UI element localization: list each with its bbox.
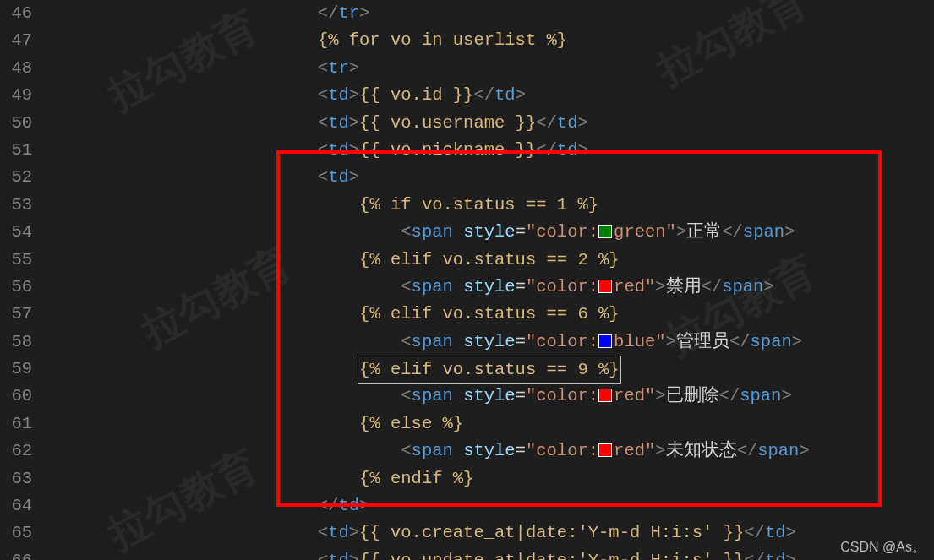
string: "color:: [526, 277, 598, 296]
string: "color:: [526, 222, 598, 242]
code-line[interactable]: </tr>: [47, 0, 934, 27]
cursor-selection: {% elif vo.status == 9 %}: [358, 356, 621, 384]
code-line[interactable]: <td>: [47, 164, 934, 191]
line-number-gutter: 46 47 48 49 50 51 52 53 54 55 56 57 58 5…: [0, 0, 47, 560]
tag-name: span: [412, 277, 453, 296]
tag-name: td: [328, 167, 349, 187]
tag-name: td: [328, 551, 349, 560]
code-line[interactable]: {% endif %}: [47, 465, 934, 492]
indent: [47, 110, 318, 137]
attr-name: style: [463, 386, 516, 405]
template-tag: {% if vo.status == 1 %}: [359, 195, 598, 215]
line-number: 59: [0, 356, 32, 383]
tag-name: span: [740, 386, 781, 405]
tag-name: td: [494, 85, 516, 105]
indent: [47, 465, 318, 492]
code-line[interactable]: {% elif vo.status == 6 %}: [47, 301, 934, 328]
tag-name: span: [751, 332, 792, 351]
color-swatch-icon: [598, 389, 612, 402]
line-number: 47: [0, 27, 32, 54]
line-number: 51: [0, 137, 32, 164]
code-line[interactable]: </td>: [47, 492, 934, 519]
code-line[interactable]: <td>{{ vo.nickname }}</td>: [47, 137, 934, 164]
line-number: 61: [0, 410, 32, 438]
string: ": [666, 222, 676, 242]
indent: [47, 247, 318, 274]
code-line[interactable]: {% else %}: [47, 410, 934, 438]
tag-name: td: [557, 113, 578, 133]
tag-name: td: [328, 85, 349, 105]
tag-name: span: [412, 386, 453, 405]
tag-name: td: [338, 496, 359, 515]
color-swatch-icon: [598, 334, 612, 348]
line-number: 49: [0, 82, 32, 109]
line-number: 62: [0, 438, 32, 465]
tag-name: td: [765, 551, 786, 560]
template-expr: {{ vo.id }}: [359, 85, 473, 105]
code-area[interactable]: </tr> {% for vo in userlist %} <tr> <td>…: [47, 0, 934, 560]
text-content: 管理员: [676, 332, 729, 351]
template-expr: {{ vo.nickname }}: [359, 140, 536, 160]
code-line[interactable]: <td>{{ vo.id }}</td>: [47, 82, 934, 109]
indent: [47, 137, 318, 164]
code-line[interactable]: {% elif vo.status == 2 %}: [47, 247, 934, 274]
tag-name: td: [328, 140, 349, 160]
csdn-watermark: CSDN @As。: [840, 539, 926, 557]
code-line[interactable]: <span style="color:green">正常</span>: [47, 219, 934, 246]
line-number: 55: [0, 247, 32, 274]
indent: [47, 192, 318, 219]
indent: [47, 492, 318, 519]
tag-name: td: [328, 523, 349, 542]
code-line[interactable]: <td>{{ vo.update_at|date:'Y-m-d H:i:s' }…: [47, 547, 934, 560]
text-content: 已删除: [666, 386, 719, 405]
code-editor[interactable]: 46 47 48 49 50 51 52 53 54 55 56 57 58 5…: [0, 0, 934, 560]
line-number: 60: [0, 383, 32, 410]
line-number: 63: [0, 465, 32, 492]
string: red: [614, 386, 645, 405]
line-number: 66: [0, 547, 32, 560]
code-line[interactable]: <span style="color:red">已删除</span>: [47, 383, 934, 410]
template-tag: {% endif %}: [359, 469, 473, 488]
indent: [47, 438, 318, 465]
code-line[interactable]: <span style="color:red">未知状态</span>: [47, 438, 934, 465]
indent: [47, 519, 318, 546]
string: ": [645, 277, 655, 296]
template-tag: {% else %}: [359, 414, 463, 433]
code-line[interactable]: {% elif vo.status == 9 %}: [47, 356, 934, 383]
text-content: 禁用: [666, 277, 702, 296]
template-tag: {% elif vo.status == 2 %}: [359, 250, 620, 269]
indent: [47, 0, 318, 27]
string: "color:: [526, 441, 598, 460]
text-content: 未知状态: [666, 441, 737, 460]
line-number: 52: [0, 164, 32, 191]
attr-name: style: [463, 277, 516, 296]
attr-name: style: [463, 441, 516, 460]
string: red: [614, 441, 645, 460]
code-line[interactable]: <tr>: [47, 55, 934, 82]
string: blue: [614, 332, 655, 351]
line-number: 65: [0, 519, 32, 546]
indent: [47, 55, 318, 82]
indent: [47, 274, 318, 301]
indent: [47, 82, 318, 109]
attr-name: style: [463, 222, 516, 242]
string: ": [645, 386, 655, 405]
indent: [47, 356, 318, 383]
tag-name: tr: [338, 3, 359, 23]
code-line[interactable]: {% for vo in userlist %}: [47, 27, 934, 54]
tag-name: td: [328, 113, 349, 133]
code-line[interactable]: <td>{{ vo.create_at|date:'Y-m-d H:i:s' }…: [47, 519, 934, 546]
indent: [47, 27, 318, 54]
code-line[interactable]: <td>{{ vo.username }}</td>: [47, 110, 934, 137]
tag-name: span: [412, 222, 453, 242]
code-line[interactable]: <span style="color:blue">管理员</span>: [47, 329, 934, 356]
string: "color:: [526, 332, 598, 351]
code-line[interactable]: <span style="color:red">禁用</span>: [47, 274, 934, 301]
line-number: 58: [0, 329, 32, 356]
color-swatch-icon: [598, 443, 612, 457]
tag-name: span: [757, 441, 799, 460]
color-swatch-icon: [598, 225, 612, 238]
template-tag: {% elif vo.status == 6 %}: [359, 304, 620, 323]
line-number: 53: [0, 192, 32, 219]
code-line[interactable]: {% if vo.status == 1 %}: [47, 192, 934, 219]
